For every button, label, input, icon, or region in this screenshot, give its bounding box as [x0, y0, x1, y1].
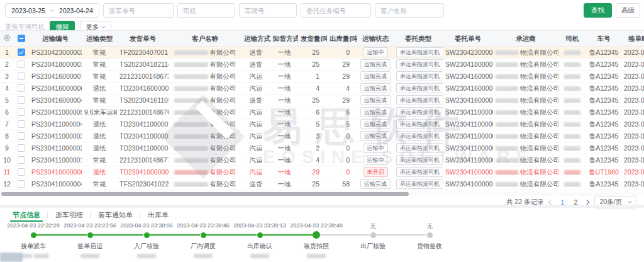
row-checkbox[interactable] [14, 168, 29, 176]
row-checkbox[interactable] [14, 72, 29, 80]
transport-mode: 送货 [242, 49, 270, 56]
row-checkbox[interactable] [14, 132, 29, 140]
timeline-node: 2023-04-23 23:38:06入厂核验 [118, 222, 175, 256]
accept-time: 2023-04- [621, 133, 644, 140]
timeline-node-dot-icon [201, 232, 206, 238]
customer-name: 有限公司 [169, 181, 242, 188]
unload-mode: 一地 [270, 145, 298, 152]
transport-type: 9.6米车运输 [82, 109, 117, 116]
plate-no: 鲁A12345 [586, 121, 621, 128]
timeline-connector [206, 234, 257, 236]
table-row[interactable]: 1PS230423000002常规TF20230407001有限公司送货一地25… [0, 47, 644, 59]
row-checkbox[interactable] [14, 60, 29, 68]
ship-qty: 4 [298, 157, 327, 164]
table-row[interactable]: 5PS230416000004常规TS202304161109有限公司送货一地2… [0, 94, 644, 106]
chevron-left-icon[interactable] [548, 200, 553, 205]
transport-no: PS230418000001 [29, 61, 82, 68]
carrier-name: 物流有限公司 [493, 145, 558, 152]
detail-tabs: 节点信息 派车明细 装车通知单 出库单 [5, 208, 176, 222]
table-row[interactable]: 8PS230411000003退纸TD230411000008有限公司汽运一地3… [0, 130, 644, 142]
carrier-name: 物流有限公司 [493, 85, 558, 92]
driver-name [558, 49, 586, 56]
row-checkbox[interactable] [14, 84, 29, 92]
transport-no: PS230416000004 [29, 97, 82, 104]
transport-mode: 送货 [242, 181, 270, 188]
commission-task-no-input[interactable] [301, 3, 371, 18]
table-row[interactable]: 9PS230411000002退纸TD230411000007有限公司汽运一地2… [0, 142, 644, 154]
transport-status-badge: 运输完成 [357, 179, 394, 189]
table-row[interactable]: 3PS230416000007常规22123100148673有限公司汽运一地1… [0, 71, 644, 83]
advanced-button[interactable]: 高级 [616, 3, 640, 18]
timeline-node-label: 厂内调度 [175, 239, 231, 248]
row-checkbox[interactable] [14, 48, 29, 56]
timeline-connector [319, 234, 370, 236]
commission-type-badge: 承运商指派司机 [394, 71, 443, 81]
select-all-checkbox[interactable] [14, 35, 29, 42]
transport-no: PS230410000004 [29, 181, 82, 188]
row-checkbox[interactable] [14, 96, 29, 104]
table-row[interactable]: 4PS230416000006退纸TD230416000002有限公司汽运一地4… [0, 83, 644, 94]
row-checkbox[interactable] [14, 108, 29, 116]
driver-input[interactable] [177, 3, 235, 18]
table-row[interactable]: 12PS230410000004常规TFS202304102203有限公司送货一… [0, 178, 644, 190]
tab-outbound-order[interactable]: 出库单 [140, 208, 176, 222]
table-row[interactable]: 6PS2304110000059.6米车运输22123100148676有限公司… [0, 106, 644, 118]
row-checkbox[interactable] [14, 120, 29, 128]
column-header: 车号 [586, 35, 621, 42]
timeline-node-time: 无 [401, 222, 458, 231]
column-settings-button[interactable] [0, 34, 14, 43]
commission-no: SW230423000003 [443, 49, 493, 56]
ship-order-no: TS202304161109 [117, 97, 169, 104]
timeline-node-label: 签单启运 [62, 239, 118, 248]
column-header: 委托单号 [443, 35, 493, 42]
transport-type: 退纸 [82, 145, 117, 152]
timeline-node: 2023-04-23 22:32:29接单派车 [5, 222, 62, 256]
transport-type: 常规 [82, 181, 117, 188]
row-checkbox[interactable] [14, 180, 29, 188]
commission-no: SW230416000009 [443, 73, 493, 80]
unload-mode: 一地 [270, 181, 298, 188]
row-index: 2 [0, 61, 14, 68]
table-row[interactable]: 2PS230418000001常规TS202304182114有限公司送货一地2… [0, 59, 644, 71]
transport-status-badge: 未开启 [357, 167, 394, 177]
unload-mode: 一地 [270, 109, 298, 116]
table-row[interactable]: 10PS230411000001常规22123100148677有限公司汽运一地… [0, 154, 644, 166]
tab-loading-notice[interactable]: 装车通知单 [91, 208, 140, 222]
table-row[interactable]: 7PS230411000004退纸TD230411000009有限公司汽运一地5… [0, 118, 644, 130]
search-button[interactable]: 查找 [584, 3, 612, 18]
date-end[interactable]: 2023-04-24 [59, 7, 93, 14]
ship-order-no: TD230411000009 [117, 121, 169, 128]
chevron-right-icon[interactable] [584, 200, 589, 205]
plate-no: 鲁A12345 [586, 181, 621, 188]
driver-name [558, 61, 586, 68]
tab-dispatch-detail[interactable]: 派车明细 [48, 208, 91, 222]
date-start[interactable]: 2023-03-25 [11, 7, 45, 14]
customer-name-input[interactable] [375, 3, 444, 18]
accept-time: 2023-04- [621, 169, 644, 176]
timeline-connector [36, 234, 87, 236]
transport-mode: 汽运 [242, 145, 270, 152]
scrollbar-thumb[interactable] [1, 192, 409, 196]
plate-no-input[interactable] [239, 3, 297, 18]
transport-mode: 汽运 [242, 73, 270, 80]
dispatch-no-input[interactable] [103, 3, 174, 18]
tab-node-info[interactable]: 节点信息 [5, 208, 48, 222]
transport-no: PS230411000004 [29, 121, 82, 128]
timeline-node: 2023-04-23 23:38:46厂内调度 [175, 222, 231, 256]
plate-no: 鲁A12345 [586, 133, 621, 140]
row-checkbox[interactable] [14, 156, 29, 164]
timeline-node-label: 出厂核验 [345, 239, 401, 248]
table-row[interactable]: 11PS230410000006退纸TD230410000009有限公司汽运一地… [0, 166, 644, 178]
date-range-picker[interactable]: 2023-03-25 ~ 2023-04-24 [5, 3, 99, 18]
ship-order-no: TD230411000007 [117, 145, 169, 152]
row-index: 12 [0, 181, 14, 188]
row-checkbox[interactable] [14, 144, 29, 152]
driver-name [558, 169, 586, 176]
horizontal-scrollbar[interactable] [0, 191, 644, 196]
chevron-down-icon [628, 199, 632, 203]
commission-type-badge: 承运商指派司机 [394, 83, 443, 93]
customer-name: 有限公司 [169, 109, 242, 116]
column-header: 委托类型 [394, 35, 443, 42]
customer-name: 有限公司 [169, 49, 242, 56]
unload-mode: 一地 [270, 157, 298, 164]
